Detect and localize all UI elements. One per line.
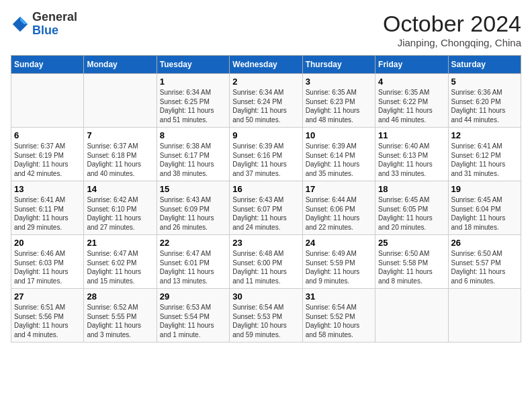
day-info: Sunrise: 6:50 AM Sunset: 5:58 PM Dayligh… xyxy=(378,249,445,285)
header-row: SundayMondayTuesdayWednesdayThursdayFrid… xyxy=(11,56,521,74)
day-number: 8 xyxy=(160,130,226,140)
day-number: 3 xyxy=(306,77,372,87)
day-info: Sunrise: 6:49 AM Sunset: 5:59 PM Dayligh… xyxy=(306,249,372,285)
calendar-cell: 22Sunrise: 6:47 AM Sunset: 6:01 PM Dayli… xyxy=(157,235,229,289)
day-info: Sunrise: 6:39 AM Sunset: 6:14 PM Dayligh… xyxy=(306,142,372,178)
day-info: Sunrise: 6:35 AM Sunset: 6:23 PM Dayligh… xyxy=(306,88,372,124)
day-info: Sunrise: 6:41 AM Sunset: 6:11 PM Dayligh… xyxy=(14,195,81,232)
day-number: 16 xyxy=(232,184,299,194)
day-number: 12 xyxy=(451,130,518,140)
calendar-table: SundayMondayTuesdayWednesdayThursdayFrid… xyxy=(11,55,521,342)
logo-general: General xyxy=(32,11,77,24)
calendar-cell: 18Sunrise: 6:45 AM Sunset: 6:05 PM Dayli… xyxy=(375,181,448,235)
day-number: 20 xyxy=(14,238,81,248)
calendar-cell: 13Sunrise: 6:41 AM Sunset: 6:11 PM Dayli… xyxy=(11,181,84,235)
day-number: 28 xyxy=(87,291,153,302)
day-info: Sunrise: 6:53 AM Sunset: 5:54 PM Dayligh… xyxy=(160,303,226,339)
calendar-cell: 29Sunrise: 6:53 AM Sunset: 5:54 PM Dayli… xyxy=(157,289,229,342)
day-number: 2 xyxy=(232,77,299,87)
calendar-cell: 15Sunrise: 6:43 AM Sunset: 6:09 PM Dayli… xyxy=(157,181,229,235)
calendar-cell: 16Sunrise: 6:43 AM Sunset: 6:07 PM Dayli… xyxy=(230,181,302,235)
day-info: Sunrise: 6:54 AM Sunset: 5:52 PM Dayligh… xyxy=(306,303,372,339)
day-number: 1 xyxy=(160,77,226,87)
day-info: Sunrise: 6:48 AM Sunset: 6:00 PM Dayligh… xyxy=(232,249,299,285)
day-info: Sunrise: 6:45 AM Sunset: 6:05 PM Dayligh… xyxy=(378,195,445,232)
calendar-cell xyxy=(375,289,448,342)
day-info: Sunrise: 6:51 AM Sunset: 5:56 PM Dayligh… xyxy=(14,303,81,339)
day-info: Sunrise: 6:46 AM Sunset: 6:03 PM Dayligh… xyxy=(14,249,81,285)
day-number: 14 xyxy=(87,184,153,194)
calendar-subtitle: Jianping, Chongqing, China xyxy=(383,37,521,48)
logo: General Blue xyxy=(11,11,77,38)
day-number: 26 xyxy=(451,238,518,248)
day-info: Sunrise: 6:47 AM Sunset: 6:01 PM Dayligh… xyxy=(160,249,226,285)
calendar-cell: 21Sunrise: 6:47 AM Sunset: 6:02 PM Dayli… xyxy=(84,235,157,289)
day-number: 4 xyxy=(378,77,445,87)
day-number: 31 xyxy=(306,291,372,302)
header-cell-tuesday: Tuesday xyxy=(157,56,229,74)
week-row-3: 13Sunrise: 6:41 AM Sunset: 6:11 PM Dayli… xyxy=(11,181,521,235)
calendar-cell: 31Sunrise: 6:54 AM Sunset: 5:52 PM Dayli… xyxy=(302,289,375,342)
day-number: 24 xyxy=(306,238,372,248)
logo-icon xyxy=(11,15,30,34)
day-info: Sunrise: 6:52 AM Sunset: 5:55 PM Dayligh… xyxy=(87,303,153,339)
calendar-cell: 1Sunrise: 6:34 AM Sunset: 6:25 PM Daylig… xyxy=(157,74,229,128)
day-number: 6 xyxy=(14,130,81,140)
day-number: 23 xyxy=(232,238,299,248)
day-info: Sunrise: 6:42 AM Sunset: 6:10 PM Dayligh… xyxy=(87,195,153,232)
day-info: Sunrise: 6:43 AM Sunset: 6:07 PM Dayligh… xyxy=(232,195,299,232)
calendar-cell: 19Sunrise: 6:45 AM Sunset: 6:04 PM Dayli… xyxy=(448,181,521,235)
logo-blue: Blue xyxy=(32,24,77,38)
calendar-cell: 30Sunrise: 6:54 AM Sunset: 5:53 PM Dayli… xyxy=(230,289,302,342)
calendar-cell: 25Sunrise: 6:50 AM Sunset: 5:58 PM Dayli… xyxy=(375,235,448,289)
day-number: 27 xyxy=(14,291,81,302)
page-header: General Blue October 2024 Jianping, Chon… xyxy=(11,11,521,48)
calendar-cell: 26Sunrise: 6:50 AM Sunset: 5:57 PM Dayli… xyxy=(448,235,521,289)
day-info: Sunrise: 6:54 AM Sunset: 5:53 PM Dayligh… xyxy=(232,303,299,339)
day-info: Sunrise: 6:39 AM Sunset: 6:16 PM Dayligh… xyxy=(232,142,299,178)
day-info: Sunrise: 6:36 AM Sunset: 6:20 PM Dayligh… xyxy=(451,88,518,124)
day-info: Sunrise: 6:50 AM Sunset: 5:57 PM Dayligh… xyxy=(451,249,518,285)
day-info: Sunrise: 6:37 AM Sunset: 6:19 PM Dayligh… xyxy=(14,142,81,178)
day-info: Sunrise: 6:47 AM Sunset: 6:02 PM Dayligh… xyxy=(87,249,153,285)
day-info: Sunrise: 6:35 AM Sunset: 6:22 PM Dayligh… xyxy=(378,88,445,124)
day-number: 13 xyxy=(14,184,81,194)
day-number: 7 xyxy=(87,130,153,140)
header-cell-thursday: Thursday xyxy=(302,56,375,74)
calendar-cell: 12Sunrise: 6:41 AM Sunset: 6:12 PM Dayli… xyxy=(448,128,521,181)
day-number: 19 xyxy=(451,184,518,194)
calendar-cell: 9Sunrise: 6:39 AM Sunset: 6:16 PM Daylig… xyxy=(230,128,302,181)
day-number: 17 xyxy=(306,184,372,194)
calendar-cell xyxy=(448,289,521,342)
calendar-cell: 14Sunrise: 6:42 AM Sunset: 6:10 PM Dayli… xyxy=(84,181,157,235)
header-cell-wednesday: Wednesday xyxy=(230,56,302,74)
calendar-cell: 3Sunrise: 6:35 AM Sunset: 6:23 PM Daylig… xyxy=(302,74,375,128)
header-cell-saturday: Saturday xyxy=(448,56,521,74)
calendar-cell: 4Sunrise: 6:35 AM Sunset: 6:22 PM Daylig… xyxy=(375,74,448,128)
day-number: 15 xyxy=(160,184,226,194)
day-number: 21 xyxy=(87,238,153,248)
day-number: 10 xyxy=(306,130,372,140)
calendar-cell xyxy=(84,74,157,128)
calendar-cell: 10Sunrise: 6:39 AM Sunset: 6:14 PM Dayli… xyxy=(302,128,375,181)
day-info: Sunrise: 6:40 AM Sunset: 6:13 PM Dayligh… xyxy=(378,142,445,178)
day-info: Sunrise: 6:37 AM Sunset: 6:18 PM Dayligh… xyxy=(87,142,153,178)
calendar-cell: 2Sunrise: 6:34 AM Sunset: 6:24 PM Daylig… xyxy=(230,74,302,128)
day-info: Sunrise: 6:34 AM Sunset: 6:25 PM Dayligh… xyxy=(160,88,226,124)
calendar-cell: 20Sunrise: 6:46 AM Sunset: 6:03 PM Dayli… xyxy=(11,235,84,289)
day-info: Sunrise: 6:41 AM Sunset: 6:12 PM Dayligh… xyxy=(451,142,518,178)
day-info: Sunrise: 6:38 AM Sunset: 6:17 PM Dayligh… xyxy=(160,142,226,178)
day-number: 30 xyxy=(232,291,299,302)
calendar-cell xyxy=(11,74,84,128)
calendar-title: October 2024 xyxy=(383,11,521,37)
header-cell-monday: Monday xyxy=(84,56,157,74)
day-number: 29 xyxy=(160,291,226,302)
week-row-2: 6Sunrise: 6:37 AM Sunset: 6:19 PM Daylig… xyxy=(11,128,521,181)
calendar-cell: 24Sunrise: 6:49 AM Sunset: 5:59 PM Dayli… xyxy=(302,235,375,289)
day-number: 9 xyxy=(232,130,299,140)
calendar-cell: 23Sunrise: 6:48 AM Sunset: 6:00 PM Dayli… xyxy=(230,235,302,289)
week-row-1: 1Sunrise: 6:34 AM Sunset: 6:25 PM Daylig… xyxy=(11,74,521,128)
day-number: 11 xyxy=(378,130,445,140)
calendar-cell: 8Sunrise: 6:38 AM Sunset: 6:17 PM Daylig… xyxy=(157,128,229,181)
calendar-cell: 5Sunrise: 6:36 AM Sunset: 6:20 PM Daylig… xyxy=(448,74,521,128)
